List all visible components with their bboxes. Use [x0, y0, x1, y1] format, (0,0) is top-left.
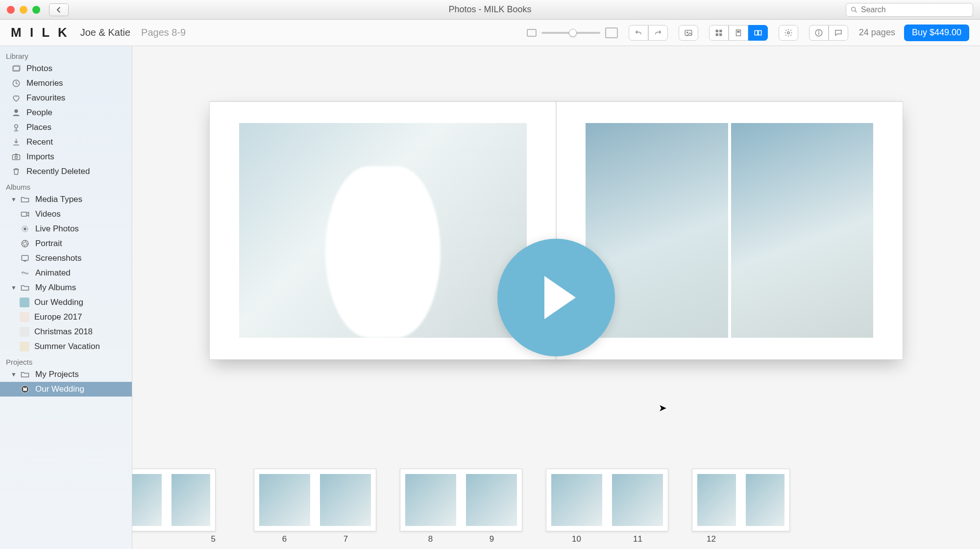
sidebar-item-recently-deleted[interactable]: Recently Deleted	[0, 164, 132, 179]
clock-icon	[11, 78, 22, 88]
milk-badge-icon: M	[20, 384, 30, 394]
album-thumb-icon	[20, 327, 29, 337]
svg-rect-10	[755, 30, 758, 35]
sidebar-heading-projects: Projects	[0, 354, 132, 367]
close-window-button[interactable]	[7, 6, 15, 14]
disclosure-triangle-icon: ▼	[11, 371, 16, 378]
sidebar-item-recent[interactable]: Recent	[0, 135, 132, 150]
spread-thumb[interactable]	[692, 469, 790, 531]
gear-icon	[784, 28, 793, 37]
svg-point-27	[22, 240, 28, 247]
page-count-label: 24 pages	[859, 27, 895, 38]
download-icon	[11, 137, 22, 147]
sidebar-album-christmas-2018[interactable]: Christmas 2018	[0, 324, 132, 339]
sidebar-item-imports[interactable]: Imports	[0, 150, 132, 164]
sidebar-item-memories[interactable]: Memories	[0, 76, 132, 91]
window-titlebar: Photos - MILK Books	[0, 0, 980, 20]
aperture-icon	[20, 239, 30, 249]
spread-thumb[interactable]	[254, 469, 376, 531]
svg-rect-28	[22, 255, 28, 260]
minimize-window-button[interactable]	[20, 6, 27, 14]
page-photo[interactable]	[731, 123, 874, 338]
undo-icon	[634, 28, 643, 37]
current-pages-label: Pages 8-9	[141, 27, 186, 38]
sidebar: Library Photos Memories Favourites Peopl…	[0, 46, 132, 549]
search-input[interactable]	[861, 5, 969, 14]
svg-point-3	[686, 31, 688, 33]
undo-button[interactable]	[629, 25, 648, 41]
thumb-page-number: 9	[490, 534, 494, 544]
play-video-overlay-button[interactable]	[497, 239, 615, 356]
folder-icon	[20, 370, 30, 379]
zoom-slider-thumb[interactable]	[569, 29, 577, 37]
info-icon	[814, 28, 823, 37]
svg-rect-22	[13, 155, 20, 160]
sidebar-album-europe-2017[interactable]: Europe 2017	[0, 310, 132, 324]
undo-redo-group	[629, 25, 668, 41]
sidebar-album-our-wedding[interactable]: Our Wedding	[0, 295, 132, 310]
live-photo-icon	[20, 224, 30, 234]
spread-thumb[interactable]	[132, 469, 216, 531]
buy-button[interactable]: Buy $449.00	[904, 25, 969, 41]
search-icon	[850, 6, 858, 14]
svg-point-20	[15, 125, 18, 128]
sidebar-item-favourites[interactable]: Favourites	[0, 91, 132, 105]
sidebar-item-videos[interactable]: Videos	[0, 207, 132, 222]
sidebar-project-our-wedding[interactable]: MOur Wedding	[0, 382, 132, 397]
sidebar-item-portrait[interactable]: Portrait	[0, 236, 132, 251]
window-title: Photos - MILK Books	[0, 4, 980, 15]
sidebar-item-people[interactable]: People	[0, 105, 132, 120]
sidebar-item-live-photos[interactable]: Live Photos	[0, 222, 132, 236]
screenshot-icon	[20, 253, 30, 263]
info-button[interactable]	[809, 25, 829, 41]
image-icon	[684, 28, 693, 37]
svg-rect-9	[737, 31, 740, 32]
album-thumb-icon	[20, 312, 29, 322]
sidebar-item-photos[interactable]: Photos	[0, 61, 132, 76]
sidebar-item-screenshots[interactable]: Screenshots	[0, 251, 132, 266]
thumb-page-number: 8	[428, 534, 433, 544]
project-name: Joe & Katie	[80, 27, 130, 38]
sidebar-item-animated[interactable]: Animated	[0, 266, 132, 280]
grid-view-button[interactable]	[709, 25, 729, 41]
svg-rect-7	[719, 33, 722, 36]
mouse-cursor-icon: ➤	[659, 402, 667, 414]
svg-rect-8	[736, 30, 740, 36]
zoom-slider-track[interactable]	[541, 32, 600, 34]
back-button[interactable]	[49, 3, 69, 16]
sidebar-folder-my-projects[interactable]: ▼My Projects	[0, 367, 132, 382]
animated-icon	[20, 268, 30, 278]
svg-point-15	[818, 30, 819, 31]
svg-point-0	[852, 7, 856, 11]
single-page-view-button[interactable]	[729, 25, 748, 41]
album-thumb-icon	[20, 342, 29, 351]
svg-point-23	[15, 156, 18, 158]
spread-thumb[interactable]	[546, 469, 668, 531]
add-photo-button[interactable]	[679, 25, 698, 41]
sidebar-folder-media-types[interactable]: ▼Media Types	[0, 192, 132, 207]
spread-view-button[interactable]	[748, 25, 768, 41]
maximize-window-button[interactable]	[32, 6, 40, 14]
svg-point-25	[24, 228, 26, 230]
page-thumbnails[interactable]: 5 67 89 1011 12	[132, 466, 980, 549]
sidebar-album-summer-vacation[interactable]: Summer Vacation	[0, 339, 132, 354]
svg-rect-11	[759, 30, 761, 35]
sidebar-folder-my-albums[interactable]: ▼My Albums	[0, 280, 132, 295]
folder-icon	[20, 195, 30, 204]
sidebar-heading-library: Library	[0, 48, 132, 61]
sidebar-item-places[interactable]: Places	[0, 120, 132, 135]
spread-thumb[interactable]	[400, 469, 522, 531]
zoom-control[interactable]	[527, 27, 618, 38]
search-field[interactable]	[846, 3, 973, 17]
camera-icon	[11, 152, 22, 162]
redo-button[interactable]	[648, 25, 668, 41]
page-photo[interactable]	[239, 123, 527, 338]
chevron-left-icon	[54, 5, 63, 14]
spread-icon	[754, 28, 762, 37]
person-icon	[11, 108, 22, 118]
grid-icon	[714, 28, 723, 37]
svg-point-12	[787, 31, 790, 34]
chat-button[interactable]	[829, 25, 848, 41]
zoom-in-icon	[605, 27, 618, 38]
settings-button[interactable]	[779, 25, 798, 41]
